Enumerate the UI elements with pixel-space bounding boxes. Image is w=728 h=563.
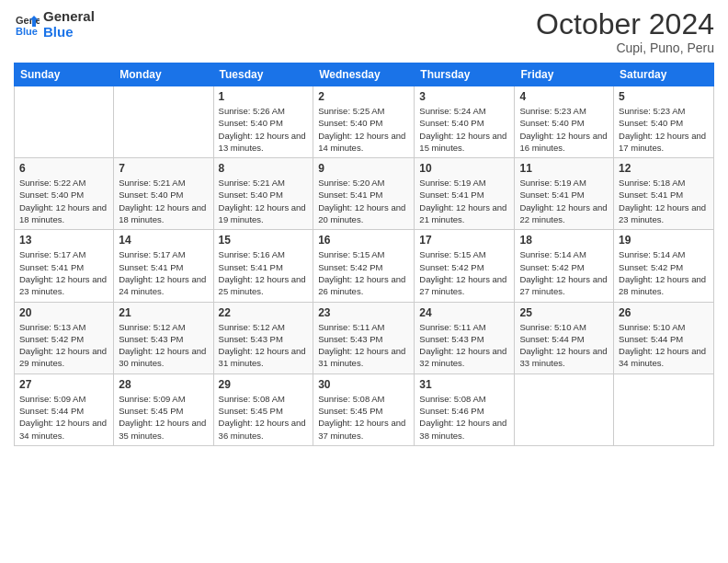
svg-text:General: General xyxy=(16,15,40,26)
location-subtitle: Cupi, Puno, Peru xyxy=(536,40,714,55)
calendar-week-row: 13Sunrise: 5:17 AMSunset: 5:41 PMDayligh… xyxy=(15,230,714,302)
day-info: Sunrise: 5:12 AMSunset: 5:43 PMDaylight:… xyxy=(119,321,208,370)
day-number: 29 xyxy=(219,378,309,391)
day-header-friday: Friday xyxy=(515,63,614,86)
day-number: 24 xyxy=(419,306,509,319)
calendar-week-row: 20Sunrise: 5:13 AMSunset: 5:42 PMDayligh… xyxy=(15,302,714,373)
calendar-cell: 26Sunrise: 5:10 AMSunset: 5:44 PMDayligh… xyxy=(614,302,714,373)
day-info: Sunrise: 5:15 AMSunset: 5:42 PMDaylight:… xyxy=(419,248,509,297)
calendar-cell: 13Sunrise: 5:17 AMSunset: 5:41 PMDayligh… xyxy=(15,230,114,302)
day-header-saturday: Saturday xyxy=(614,63,714,86)
calendar-cell: 18Sunrise: 5:14 AMSunset: 5:42 PMDayligh… xyxy=(515,230,614,302)
day-info: Sunrise: 5:25 AMSunset: 5:40 PMDaylight:… xyxy=(318,105,409,154)
calendar-cell xyxy=(614,373,714,445)
calendar-cell: 23Sunrise: 5:11 AMSunset: 5:43 PMDayligh… xyxy=(313,302,415,373)
day-info: Sunrise: 5:15 AMSunset: 5:42 PMDaylight:… xyxy=(318,248,409,297)
day-number: 13 xyxy=(19,234,108,247)
day-info: Sunrise: 5:21 AMSunset: 5:40 PMDaylight:… xyxy=(219,177,309,225)
logo-line2: Blue xyxy=(43,25,95,40)
calendar-cell: 16Sunrise: 5:15 AMSunset: 5:42 PMDayligh… xyxy=(313,230,415,302)
calendar-cell: 25Sunrise: 5:10 AMSunset: 5:44 PMDayligh… xyxy=(515,302,614,373)
day-number: 11 xyxy=(519,162,609,175)
calendar-cell: 15Sunrise: 5:16 AMSunset: 5:41 PMDayligh… xyxy=(213,230,313,302)
day-number: 10 xyxy=(419,162,509,175)
logo-line1: General xyxy=(43,9,95,25)
calendar-table: SundayMondayTuesdayWednesdayThursdayFrid… xyxy=(14,63,714,446)
day-number: 15 xyxy=(219,234,309,247)
day-number: 3 xyxy=(419,90,509,103)
title-block: October 2024 Cupi, Puno, Peru xyxy=(536,9,714,55)
day-number: 28 xyxy=(119,378,208,391)
calendar-cell: 9Sunrise: 5:20 AMSunset: 5:41 PMDaylight… xyxy=(313,158,415,230)
calendar-cell: 27Sunrise: 5:09 AMSunset: 5:44 PMDayligh… xyxy=(15,373,114,445)
day-info: Sunrise: 5:08 AMSunset: 5:46 PMDaylight:… xyxy=(419,393,509,442)
day-info: Sunrise: 5:14 AMSunset: 5:42 PMDaylight:… xyxy=(519,248,609,297)
day-number: 31 xyxy=(419,378,509,391)
month-title: October 2024 xyxy=(536,9,714,39)
day-number: 12 xyxy=(619,162,709,175)
day-info: Sunrise: 5:09 AMSunset: 5:45 PMDaylight:… xyxy=(119,393,208,442)
day-header-sunday: Sunday xyxy=(15,63,114,86)
day-number: 7 xyxy=(119,162,208,175)
day-info: Sunrise: 5:08 AMSunset: 5:45 PMDaylight:… xyxy=(219,393,309,442)
calendar-cell: 24Sunrise: 5:11 AMSunset: 5:43 PMDayligh… xyxy=(415,302,515,373)
day-number: 5 xyxy=(619,90,709,103)
day-info: Sunrise: 5:22 AMSunset: 5:40 PMDaylight:… xyxy=(19,177,108,225)
calendar-cell: 29Sunrise: 5:08 AMSunset: 5:45 PMDayligh… xyxy=(213,373,313,445)
calendar-cell: 30Sunrise: 5:08 AMSunset: 5:45 PMDayligh… xyxy=(313,373,415,445)
logo: General Blue General Blue xyxy=(14,9,95,40)
day-number: 30 xyxy=(318,378,409,391)
calendar-cell: 2Sunrise: 5:25 AMSunset: 5:40 PMDaylight… xyxy=(313,86,415,158)
day-info: Sunrise: 5:14 AMSunset: 5:42 PMDaylight:… xyxy=(619,248,709,297)
calendar-cell xyxy=(15,86,114,158)
day-header-thursday: Thursday xyxy=(415,63,515,86)
day-number: 16 xyxy=(318,234,409,247)
day-info: Sunrise: 5:16 AMSunset: 5:41 PMDaylight:… xyxy=(219,248,309,297)
day-info: Sunrise: 5:23 AMSunset: 5:40 PMDaylight:… xyxy=(619,105,709,154)
calendar-cell: 1Sunrise: 5:26 AMSunset: 5:40 PMDaylight… xyxy=(213,86,313,158)
calendar-week-row: 6Sunrise: 5:22 AMSunset: 5:40 PMDaylight… xyxy=(15,158,714,230)
day-number: 19 xyxy=(619,234,709,247)
day-info: Sunrise: 5:10 AMSunset: 5:44 PMDaylight:… xyxy=(519,321,609,370)
calendar-cell: 12Sunrise: 5:18 AMSunset: 5:41 PMDayligh… xyxy=(614,158,714,230)
calendar-cell: 8Sunrise: 5:21 AMSunset: 5:40 PMDaylight… xyxy=(213,158,313,230)
day-number: 20 xyxy=(19,306,108,319)
svg-text:Blue: Blue xyxy=(16,26,38,37)
day-info: Sunrise: 5:19 AMSunset: 5:41 PMDaylight:… xyxy=(419,177,509,225)
day-number: 17 xyxy=(419,234,509,247)
page: General Blue General Blue October 2024 C… xyxy=(0,0,728,563)
calendar-cell: 6Sunrise: 5:22 AMSunset: 5:40 PMDaylight… xyxy=(15,158,114,230)
day-number: 8 xyxy=(219,162,309,175)
day-info: Sunrise: 5:13 AMSunset: 5:42 PMDaylight:… xyxy=(19,321,108,370)
calendar-cell: 28Sunrise: 5:09 AMSunset: 5:45 PMDayligh… xyxy=(114,373,213,445)
day-number: 18 xyxy=(519,234,609,247)
calendar-cell: 17Sunrise: 5:15 AMSunset: 5:42 PMDayligh… xyxy=(415,230,515,302)
calendar-cell: 20Sunrise: 5:13 AMSunset: 5:42 PMDayligh… xyxy=(15,302,114,373)
calendar-cell: 3Sunrise: 5:24 AMSunset: 5:40 PMDaylight… xyxy=(415,86,515,158)
day-number: 1 xyxy=(219,90,309,103)
day-number: 2 xyxy=(318,90,409,103)
day-info: Sunrise: 5:26 AMSunset: 5:40 PMDaylight:… xyxy=(219,105,309,154)
day-info: Sunrise: 5:20 AMSunset: 5:41 PMDaylight:… xyxy=(318,177,409,225)
day-number: 25 xyxy=(519,306,609,319)
calendar-cell: 22Sunrise: 5:12 AMSunset: 5:43 PMDayligh… xyxy=(213,302,313,373)
calendar-week-row: 27Sunrise: 5:09 AMSunset: 5:44 PMDayligh… xyxy=(15,373,714,445)
day-number: 9 xyxy=(318,162,409,175)
day-number: 27 xyxy=(19,378,108,391)
calendar-week-row: 1Sunrise: 5:26 AMSunset: 5:40 PMDaylight… xyxy=(15,86,714,158)
day-number: 4 xyxy=(519,90,609,103)
day-info: Sunrise: 5:23 AMSunset: 5:40 PMDaylight:… xyxy=(519,105,609,154)
day-header-monday: Monday xyxy=(114,63,213,86)
day-number: 6 xyxy=(19,162,108,175)
day-info: Sunrise: 5:10 AMSunset: 5:44 PMDaylight:… xyxy=(619,321,709,370)
calendar-cell: 4Sunrise: 5:23 AMSunset: 5:40 PMDaylight… xyxy=(515,86,614,158)
day-info: Sunrise: 5:18 AMSunset: 5:41 PMDaylight:… xyxy=(619,177,709,225)
day-info: Sunrise: 5:24 AMSunset: 5:40 PMDaylight:… xyxy=(419,105,509,154)
day-info: Sunrise: 5:12 AMSunset: 5:43 PMDaylight:… xyxy=(219,321,309,370)
day-number: 22 xyxy=(219,306,309,319)
day-info: Sunrise: 5:11 AMSunset: 5:43 PMDaylight:… xyxy=(419,321,509,370)
day-info: Sunrise: 5:17 AMSunset: 5:41 PMDaylight:… xyxy=(119,248,208,297)
calendar-cell: 31Sunrise: 5:08 AMSunset: 5:46 PMDayligh… xyxy=(415,373,515,445)
calendar-cell xyxy=(114,86,213,158)
calendar-cell: 14Sunrise: 5:17 AMSunset: 5:41 PMDayligh… xyxy=(114,230,213,302)
